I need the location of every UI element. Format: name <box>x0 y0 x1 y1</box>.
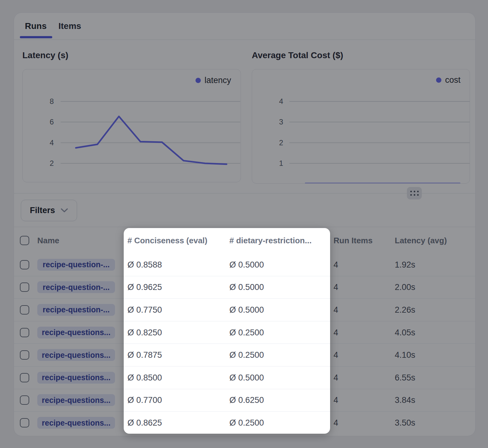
run-items-value: 4 <box>334 373 338 382</box>
run-name-badge[interactable]: recipe-questions... <box>37 349 115 361</box>
run-items-value: 4 <box>334 350 338 360</box>
active-tab-indicator <box>20 36 52 38</box>
conciseness-value: Ø 0.8588 <box>127 260 162 269</box>
table-header: Name # Conciseness (eval) # dietary-rest… <box>14 227 475 254</box>
row-checkbox[interactable] <box>20 260 29 269</box>
latency-value: 4.05s <box>395 328 415 337</box>
conciseness-value: Ø 0.8250 <box>127 328 162 337</box>
drag-handle[interactable] <box>407 187 422 199</box>
table-row[interactable]: recipe-question-... Ø 0.8588 Ø 0.5000 4 … <box>14 254 475 276</box>
table-row[interactable]: recipe-questions... Ø 0.7875 Ø 0.2500 4 … <box>14 344 475 366</box>
dietary-value: Ø 0.5000 <box>229 373 264 382</box>
latency-value: 3.84s <box>395 395 415 405</box>
line-chart-canvas <box>252 69 470 184</box>
latency-value: 4.10s <box>395 350 415 360</box>
table-row[interactable]: recipe-questions... Ø 0.8625 Ø 0.2500 4 … <box>14 412 475 434</box>
panel-divider <box>14 193 475 194</box>
run-items-value: 4 <box>334 328 338 337</box>
run-name-badge[interactable]: recipe-questions... <box>37 394 115 406</box>
table-row[interactable]: recipe-questions... Ø 0.8250 Ø 0.2500 4 … <box>14 321 475 344</box>
row-checkbox[interactable] <box>20 418 29 427</box>
row-checkbox[interactable] <box>20 282 29 292</box>
dietary-value: Ø 0.2500 <box>229 328 264 337</box>
row-checkbox[interactable] <box>20 373 29 382</box>
conciseness-value: Ø 0.7700 <box>127 395 162 405</box>
run-name-badge[interactable]: recipe-question-... <box>37 281 115 293</box>
select-all-checkbox[interactable] <box>20 236 29 245</box>
dietary-value: Ø 0.6250 <box>229 395 264 405</box>
run-name-badge[interactable]: recipe-questions... <box>37 327 115 338</box>
table-row[interactable]: recipe-question-... Ø 0.9625 Ø 0.5000 4 … <box>14 276 475 299</box>
latency-value: 1.92s <box>395 260 415 269</box>
tab-items[interactable]: Items <box>58 21 81 31</box>
filters-button-label: Filters <box>30 206 55 215</box>
row-checkbox[interactable] <box>20 305 29 315</box>
latency-chart: latency 2468 <box>22 69 241 182</box>
drag-dots-icon <box>410 191 419 196</box>
conciseness-value: Ø 0.9625 <box>127 282 162 292</box>
run-items-value: 4 <box>334 395 338 405</box>
latency-value: 6.55s <box>395 373 415 382</box>
dietary-value: Ø 0.5000 <box>229 305 264 315</box>
dietary-value: Ø 0.5000 <box>229 260 264 269</box>
tabbar-divider <box>14 40 475 40</box>
row-checkbox[interactable] <box>20 395 29 405</box>
run-items-value: 4 <box>334 418 338 428</box>
run-name-badge[interactable]: recipe-questions... <box>37 417 115 429</box>
row-checkbox[interactable] <box>20 328 29 337</box>
table-body: recipe-question-... Ø 0.8588 Ø 0.5000 4 … <box>14 254 475 434</box>
conciseness-value: Ø 0.7875 <box>127 350 162 360</box>
run-items-value: 4 <box>334 282 338 292</box>
table-row[interactable]: recipe-questions... Ø 0.8500 Ø 0.5000 4 … <box>14 366 475 389</box>
column-header-conciseness[interactable]: # Conciseness (eval) <box>127 236 207 245</box>
dietary-value: Ø 0.2500 <box>229 418 264 428</box>
column-header-run-items[interactable]: Run Items <box>334 236 373 245</box>
table-row[interactable]: recipe-question-... Ø 0.7750 Ø 0.5000 4 … <box>14 299 475 321</box>
column-header-dietary-restriction[interactable]: # dietary-restriction... <box>229 236 311 245</box>
run-items-value: 4 <box>334 260 338 269</box>
run-name-badge[interactable]: recipe-question-... <box>37 304 115 316</box>
run-name-badge[interactable]: recipe-question-... <box>37 259 115 271</box>
column-header-name[interactable]: Name <box>37 236 59 245</box>
cost-chart: cost 1234 <box>252 69 470 184</box>
line-chart-canvas <box>23 69 241 182</box>
latency-chart-title: Latency (s) <box>22 50 68 60</box>
run-items-value: 4 <box>334 305 338 315</box>
latency-line-series <box>76 116 227 164</box>
latency-value: 3.50s <box>395 418 415 428</box>
latency-value: 2.00s <box>395 282 415 292</box>
tab-runs[interactable]: Runs <box>25 21 47 31</box>
conciseness-value: Ø 0.8625 <box>127 418 162 428</box>
conciseness-value: Ø 0.8500 <box>127 373 162 382</box>
conciseness-value: Ø 0.7750 <box>127 305 162 315</box>
dietary-value: Ø 0.5000 <box>229 282 264 292</box>
filters-button[interactable]: Filters <box>21 200 77 221</box>
tab-bar: Runs Items <box>25 21 81 31</box>
cost-chart-title: Average Total Cost ($) <box>252 50 343 60</box>
table-row[interactable]: recipe-questions... Ø 0.7700 Ø 0.6250 4 … <box>14 389 475 412</box>
dietary-value: Ø 0.2500 <box>229 350 264 360</box>
run-name-badge[interactable]: recipe-questions... <box>37 372 115 384</box>
row-checkbox[interactable] <box>20 350 29 360</box>
latency-value: 2.26s <box>395 305 415 315</box>
column-header-latency-avg[interactable]: Latency (avg) <box>395 236 447 245</box>
chevron-down-icon <box>61 208 68 213</box>
